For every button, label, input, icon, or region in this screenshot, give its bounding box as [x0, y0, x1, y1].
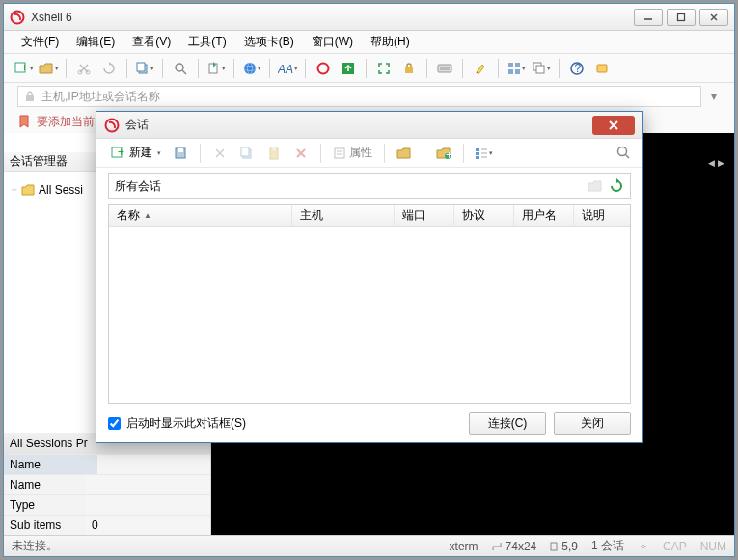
xshell-icon[interactable] — [312, 57, 335, 80]
dialog-footer: 启动时显示此对话框(S) 连接(C) 关闭 — [96, 404, 642, 442]
svg-text:+: + — [21, 61, 28, 74]
copy-to-icon[interactable]: ▾ — [205, 57, 228, 80]
props-val — [86, 475, 97, 494]
delete-icon[interactable] — [289, 142, 313, 165]
svg-line-61 — [626, 154, 630, 158]
maximize-button[interactable] — [667, 9, 696, 26]
svg-point-0 — [12, 11, 24, 23]
globe-icon[interactable]: ▾ — [240, 57, 263, 80]
svg-text:+: + — [446, 148, 451, 160]
copy-icon[interactable]: ▾ — [133, 57, 156, 80]
menu-edit[interactable]: 编辑(E) — [68, 32, 123, 52]
separator — [126, 59, 127, 78]
new-session-icon: + — [110, 146, 125, 161]
open-session-icon[interactable]: ▾ — [37, 57, 60, 80]
find-icon[interactable] — [169, 57, 192, 80]
session-list[interactable]: 名称▲ 主机 端口 协议 用户名 说明 — [108, 204, 631, 404]
tab-nav-arrows[interactable]: ◀ ▶ — [708, 158, 724, 168]
svg-rect-54 — [476, 148, 479, 151]
list-header: 名称▲ 主机 端口 协议 用户名 说明 — [109, 205, 630, 227]
svg-rect-42 — [178, 148, 183, 152]
separator — [559, 59, 560, 78]
svg-point-19 — [318, 63, 329, 73]
menu-tabs[interactable]: 选项卡(B) — [236, 32, 302, 52]
dialog-path-bar[interactable]: 所有会话 — [108, 173, 631, 199]
lock-small-icon — [24, 91, 36, 102]
connect-button[interactable]: 连接(C) — [469, 412, 546, 435]
view-mode-icon[interactable]: ▾ — [472, 142, 495, 165]
menu-help[interactable]: 帮助(H) — [363, 32, 418, 52]
save-icon[interactable] — [169, 142, 192, 165]
new-session-icon[interactable]: +▾ — [12, 57, 35, 80]
properties-button[interactable]: 属性 — [329, 142, 376, 165]
show-on-start-input[interactable] — [108, 417, 121, 430]
separator — [198, 59, 199, 78]
highlight-icon[interactable] — [469, 57, 492, 80]
col-protocol[interactable]: 协议 — [454, 205, 514, 226]
folder-icon — [21, 183, 35, 197]
close-dialog-button[interactable]: 关闭 — [554, 412, 631, 435]
col-host[interactable]: 主机 — [292, 205, 395, 226]
properties-label: 属性 — [349, 145, 372, 161]
fullscreen-icon[interactable] — [372, 57, 396, 80]
dialog-toolbar: + 新建 ▾ 属性 + ▾ — [96, 139, 642, 168]
minimize-button[interactable] — [634, 9, 663, 26]
address-dropdown-icon[interactable]: ▾ — [707, 90, 721, 103]
properties-panel: All Sessions Pr Name Name Type Sub items… — [4, 433, 210, 535]
address-bar-row: 主机,IP地址或会话名称 ▾ — [4, 83, 734, 110]
dialog-close-button[interactable] — [592, 116, 635, 135]
props-row: Name — [4, 454, 210, 474]
col-desc[interactable]: 说明 — [574, 205, 630, 226]
keyboard-icon[interactable] — [433, 57, 456, 80]
menu-tools[interactable]: 工具(T) — [180, 32, 233, 52]
svg-rect-26 — [515, 63, 520, 67]
new-button[interactable]: + 新建 ▾ — [106, 143, 165, 163]
props-key: Sub items — [4, 516, 86, 535]
col-name[interactable]: 名称▲ — [109, 205, 292, 226]
main-toolbar: +▾ ▾ ▾ ▾ ▾ AA▾ ▾ ▾ ? — [4, 54, 734, 83]
separator — [162, 59, 163, 78]
separator — [462, 59, 463, 78]
address-placeholder: 主机,IP地址或会话名称 — [41, 89, 160, 105]
svg-rect-22 — [438, 65, 451, 72]
show-on-start-checkbox[interactable]: 启动时显示此对话框(S) — [108, 415, 461, 432]
col-user[interactable]: 用户名 — [514, 205, 574, 226]
session-manager-title: 会话管理器 — [10, 153, 68, 170]
font-icon[interactable]: AA▾ — [276, 57, 299, 80]
help-icon[interactable]: ? — [565, 57, 588, 80]
new-folder-icon[interactable]: + — [432, 142, 455, 165]
props-key: Name — [4, 475, 86, 494]
separator — [233, 59, 234, 78]
open-folder-icon[interactable] — [393, 142, 416, 165]
tiles-icon[interactable]: ▾ — [505, 57, 528, 80]
info-icon[interactable] — [590, 57, 614, 80]
dialog-titlebar: 会话 — [96, 112, 642, 139]
menu-window[interactable]: 窗口(W) — [304, 32, 361, 52]
svg-rect-21 — [405, 67, 413, 73]
xftp-icon[interactable] — [337, 57, 360, 80]
menu-view[interactable]: 查看(V) — [124, 32, 178, 52]
search-icon[interactable] — [615, 145, 633, 162]
lock-icon[interactable] — [397, 57, 421, 80]
xshell-logo-icon — [104, 118, 120, 133]
close-button[interactable] — [699, 9, 728, 26]
status-connection: 未连接。 — [12, 538, 58, 554]
col-port[interactable]: 端口 — [395, 205, 454, 226]
sessions-dialog: 会话 + 新建 ▾ 属性 + ▾ 所有会话 名称▲ 主机 端口 — [96, 111, 643, 443]
svg-rect-27 — [508, 69, 513, 74]
copy-icon[interactable] — [235, 142, 259, 165]
refresh-icon[interactable] — [609, 178, 624, 194]
address-input[interactable]: 主机,IP地址或会话名称 — [17, 86, 701, 107]
svg-rect-46 — [272, 147, 276, 150]
reconnect-icon[interactable] — [97, 57, 121, 80]
new-button-label: 新建 — [129, 145, 152, 161]
cursor-icon — [550, 542, 558, 551]
cut-icon[interactable] — [72, 57, 96, 80]
tree-item-label: All Sessi — [39, 183, 83, 197]
svg-rect-10 — [137, 63, 145, 71]
paste-icon[interactable] — [262, 142, 286, 165]
menu-file[interactable]: 文件(F) — [14, 32, 67, 52]
tree-connector: ┈ — [12, 185, 17, 195]
cut-icon[interactable] — [208, 142, 232, 165]
cascade-icon[interactable]: ▾ — [530, 57, 553, 80]
